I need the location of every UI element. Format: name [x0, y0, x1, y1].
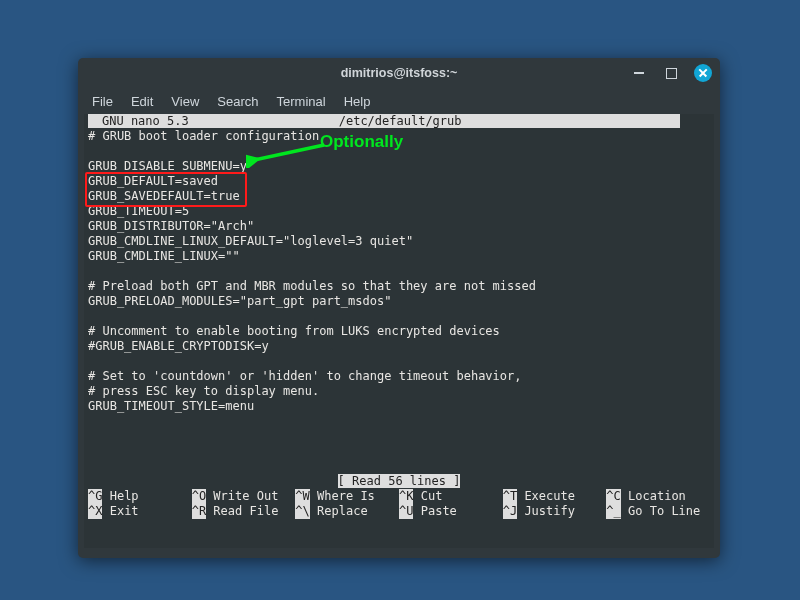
- hint-key: ^G: [88, 489, 102, 504]
- nano-version: GNU nano 5.3: [102, 114, 189, 128]
- hint-label: Location: [628, 489, 686, 504]
- hint-key: ^R: [192, 504, 206, 519]
- titlebar: dimitrios@itsfoss:~: [78, 58, 720, 88]
- hint-key: ^\: [295, 504, 309, 519]
- file-line: GRUB_CMDLINE_LINUX_DEFAULT="loglevel=3 q…: [88, 234, 413, 248]
- hint-label: Cut: [421, 489, 443, 504]
- menu-edit[interactable]: Edit: [131, 94, 153, 109]
- hint-label: Where Is: [317, 489, 375, 504]
- nano-status: [ Read 56 lines ]: [88, 474, 710, 489]
- file-line: GRUB_TIMEOUT_STYLE=menu: [88, 399, 254, 413]
- hint-key: ^K: [399, 489, 413, 504]
- hint-label: Exit: [110, 504, 139, 519]
- menubar: File Edit View Search Terminal Help: [78, 88, 720, 114]
- nano-shortcuts: ^G Help^X Exit^O Write Out^R Read File^W…: [88, 489, 710, 519]
- menu-terminal[interactable]: Terminal: [277, 94, 326, 109]
- nano-file-path: /etc/default/grub: [339, 114, 462, 128]
- maximize-button[interactable]: [662, 64, 680, 82]
- terminal-output[interactable]: GNU nano 5.3/etc/default/grub # GRUB boo…: [84, 114, 714, 548]
- file-line: GRUB_SAVEDEFAULT=true: [88, 189, 240, 203]
- terminal-window: dimitrios@itsfoss:~ File Edit View Searc…: [78, 58, 720, 558]
- file-line: # Preload both GPT and MBR modules so th…: [88, 279, 536, 293]
- hint-label: Read File: [213, 504, 278, 519]
- maximize-icon: [666, 68, 677, 79]
- hint-key: ^T: [503, 489, 517, 504]
- hint-key: ^C: [606, 489, 620, 504]
- window-title: dimitrios@itsfoss:~: [341, 66, 458, 80]
- hint-label: Paste: [421, 504, 457, 519]
- file-line: GRUB_TIMEOUT=5: [88, 204, 189, 218]
- hint-key: ^_: [606, 504, 620, 519]
- menu-help[interactable]: Help: [344, 94, 371, 109]
- hint-key: ^U: [399, 504, 413, 519]
- close-button[interactable]: [694, 64, 712, 82]
- file-line: #GRUB_ENABLE_CRYPTODISK=y: [88, 339, 269, 353]
- hint-label: Write Out: [213, 489, 278, 504]
- menu-file[interactable]: File: [92, 94, 113, 109]
- close-icon: [694, 64, 712, 82]
- file-line: GRUB_DISABLE_SUBMENU=y: [88, 159, 247, 173]
- hint-key: ^O: [192, 489, 206, 504]
- menu-search[interactable]: Search: [217, 94, 258, 109]
- file-line: GRUB_CMDLINE_LINUX="": [88, 249, 240, 263]
- hint-key: ^X: [88, 504, 102, 519]
- hint-key: ^W: [295, 489, 309, 504]
- file-line: # press ESC key to display menu.: [88, 384, 319, 398]
- file-line: # Uncomment to enable booting from LUKS …: [88, 324, 500, 338]
- file-line: # Set to 'countdown' or 'hidden' to chan…: [88, 369, 521, 383]
- hint-label: Go To Line: [628, 504, 700, 519]
- hint-key: ^J: [503, 504, 517, 519]
- hint-label: Replace: [317, 504, 368, 519]
- file-line: GRUB_DEFAULT=saved: [88, 174, 218, 188]
- file-line: # GRUB boot loader configuration: [88, 129, 319, 143]
- hint-label: Justify: [524, 504, 575, 519]
- minimize-button[interactable]: [630, 64, 648, 82]
- hint-label: Execute: [524, 489, 575, 504]
- hint-label: Help: [110, 489, 139, 504]
- file-line: GRUB_DISTRIBUTOR="Arch": [88, 219, 254, 233]
- menu-view[interactable]: View: [171, 94, 199, 109]
- minimize-icon: [634, 72, 644, 74]
- file-line: GRUB_PRELOAD_MODULES="part_gpt part_msdo…: [88, 294, 391, 308]
